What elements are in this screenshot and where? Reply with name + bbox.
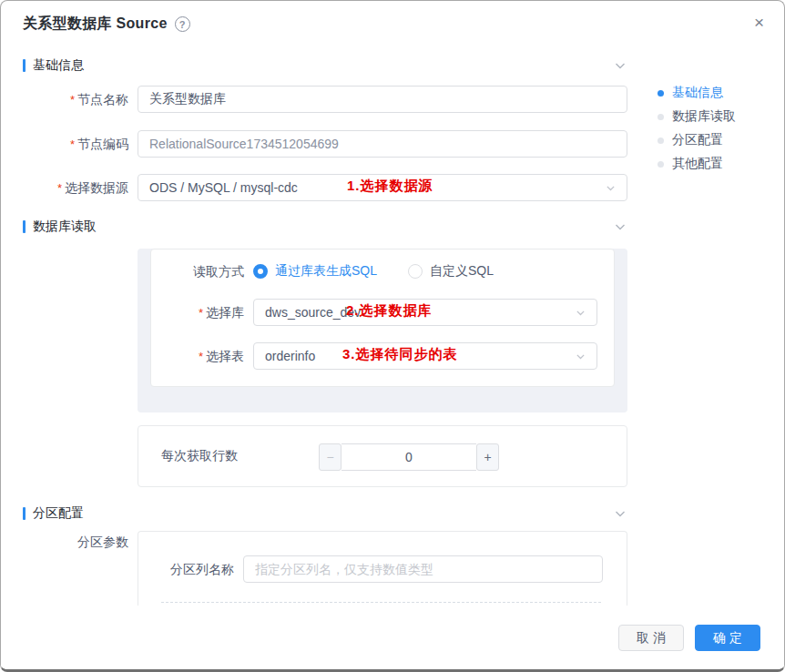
section-accent-bar — [23, 59, 25, 72]
node-name-label: 节点名称 — [77, 92, 128, 107]
bullet-icon — [658, 161, 664, 168]
db-read-inner-panel: 读取方式 通过库表生成SQL 自定义SQL *选择库 dws_source_de… — [150, 249, 615, 387]
chevron-up-icon[interactable] — [613, 58, 627, 73]
annotation-step3: 3.选择待同步的表 — [342, 346, 458, 363]
form-row-table: *选择表 orderinfo 3.选择待同步的表 — [151, 342, 614, 371]
section-title-partition: 分区配置 — [33, 505, 84, 522]
chevron-up-icon[interactable] — [613, 506, 627, 521]
confirm-button[interactable]: 确定 — [695, 625, 760, 651]
help-icon[interactable]: ? — [175, 16, 190, 32]
read-mode-label: 读取方式 — [151, 261, 244, 281]
required-mark: * — [70, 93, 75, 107]
section-header-basic[interactable]: 基础信息 — [23, 56, 627, 75]
form-row-node-name: *节点名称 — [23, 86, 627, 114]
form-row-database: *选择库 dws_source_dev 2.选择数据库 — [151, 299, 614, 327]
anchor-nav: 基础信息 数据库读取 分区配置 其他配置 — [658, 81, 736, 176]
node-name-input[interactable] — [138, 86, 627, 113]
chevron-up-icon[interactable] — [613, 219, 627, 234]
stepper-plus-button[interactable]: + — [476, 443, 499, 471]
chevron-down-icon — [575, 307, 586, 319]
dialog-header: 关系型数据库 Source ? — [1, 1, 784, 34]
partition-panel: 分区列名称 — [138, 531, 627, 609]
radio-custom-sql[interactable] — [408, 264, 423, 279]
required-mark: * — [57, 181, 62, 195]
bullet-icon — [658, 137, 664, 144]
form-row-datasource: *选择数据源 ODS / MySQL / mysql-cdc 1.选择数据源 — [23, 174, 627, 202]
dashed-divider — [161, 602, 601, 603]
fetch-rows-label: 每次获取行数 — [161, 448, 238, 464]
annotation-step2: 2.选择数据库 — [346, 302, 433, 320]
form-row-node-code: *节点编码 — [23, 130, 627, 158]
datasource-label: 选择数据源 — [65, 180, 128, 195]
radio-generate-sql-label[interactable]: 通过库表生成SQL — [275, 263, 377, 280]
required-mark: * — [199, 306, 203, 320]
close-icon[interactable]: × — [754, 14, 764, 32]
nav-item-other[interactable]: 其他配置 — [658, 152, 736, 176]
stepper-value[interactable]: 0 — [342, 443, 476, 471]
relational-source-dialog: 关系型数据库 Source ? × 基础信息 *节点名称 *节点编码 *选择数据 — [0, 0, 785, 672]
partition-param-label: 分区参数 — [23, 531, 128, 609]
partition-column-input[interactable] — [243, 555, 603, 583]
section-header-partition[interactable]: 分区配置 — [23, 504, 627, 523]
table-value: orderinfo — [265, 343, 315, 369]
section-title-basic: 基础信息 — [33, 57, 84, 74]
dialog-title: 关系型数据库 Source — [23, 15, 168, 34]
chevron-down-icon — [605, 182, 617, 194]
partition-column-label: 分区列名称 — [170, 555, 234, 583]
section-accent-bar — [23, 220, 25, 233]
dialog-footer: 取消 确定 — [1, 606, 784, 669]
bullet-icon — [658, 114, 664, 120]
table-label: 选择表 — [206, 349, 244, 363]
nav-item-db-read[interactable]: 数据库读取 — [658, 105, 736, 128]
nav-item-basic[interactable]: 基础信息 — [658, 81, 736, 105]
nav-item-partition[interactable]: 分区配置 — [658, 128, 736, 152]
chevron-down-icon — [575, 351, 586, 362]
fetch-rows-stepper: − 0 + — [319, 443, 499, 471]
node-code-input[interactable] — [138, 130, 627, 158]
partition-param-row: 分区参数 分区列名称 — [23, 531, 627, 609]
node-code-label: 节点编码 — [77, 137, 128, 151]
section-accent-bar — [23, 507, 25, 520]
required-mark: * — [70, 137, 75, 151]
section-title-db-read: 数据库读取 — [33, 219, 97, 235]
datasource-value: ODS / MySQL / mysql-cdc — [149, 175, 298, 200]
bullet-icon — [658, 90, 664, 97]
radio-custom-sql-label[interactable]: 自定义SQL — [430, 263, 494, 280]
required-mark: * — [199, 350, 203, 363]
stepper-minus-button[interactable]: − — [319, 443, 342, 471]
cancel-button[interactable]: 取消 — [618, 625, 684, 651]
db-read-panel: 读取方式 通过库表生成SQL 自定义SQL *选择库 dws_source_de… — [138, 249, 627, 412]
read-mode-row: 读取方式 通过库表生成SQL 自定义SQL — [151, 261, 614, 281]
radio-generate-sql[interactable] — [253, 264, 268, 279]
fetch-rows-panel: 每次获取行数 − 0 + — [138, 425, 627, 487]
database-label: 选择库 — [206, 305, 244, 320]
dialog-body: 基础信息 *节点名称 *节点编码 *选择数据源 ODS / MySQL / my… — [23, 45, 627, 609]
section-header-db-read[interactable]: 数据库读取 — [23, 218, 627, 236]
annotation-step1: 1.选择数据源 — [347, 178, 433, 195]
